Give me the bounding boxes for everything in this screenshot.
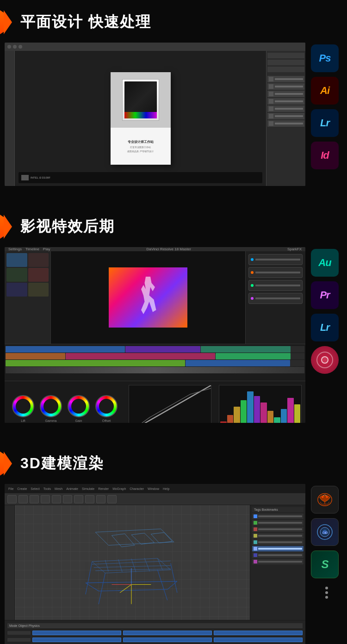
pr-histogram-panel xyxy=(219,385,302,423)
ps-layer-1 xyxy=(267,76,304,82)
pr-dancer xyxy=(109,267,187,328)
c4d-menu-2: Create xyxy=(17,487,27,490)
c4d-tool-3[interactable] xyxy=(30,495,39,503)
svg-line-25 xyxy=(92,561,171,564)
layer-thumb-3 xyxy=(269,92,273,96)
app-icon-pr[interactable]: Pr xyxy=(311,281,339,309)
svg-line-5 xyxy=(125,534,135,545)
app-icon-lr[interactable]: Lr xyxy=(311,109,339,137)
c4d-tool-1[interactable] xyxy=(7,495,17,503)
svg-line-8 xyxy=(131,533,144,535)
dot-1 xyxy=(325,587,328,589)
c4d-tree-label-3 xyxy=(258,528,302,530)
content-row-1: 专业设计师工作站 打造专业图形工作站 感受高品质 严苛细节设计 INTEL i3… xyxy=(0,43,347,186)
app-icon-lr-label: Lr xyxy=(320,117,329,129)
svg-point-43 xyxy=(326,496,328,498)
c4d-bottom-panel: Mode Object Physics xyxy=(5,620,305,644)
c4d-tree-icon-3 xyxy=(254,527,257,531)
app-icon-dragon[interactable] xyxy=(311,486,339,514)
pr-node-label-3 xyxy=(255,285,300,286)
pr-track-1 xyxy=(6,346,304,353)
section-video-effects: 影视特效后期 Settings Timeline Play DaVinci Re… xyxy=(0,204,347,441)
icons-sidebar-2: Au Pr Lr xyxy=(311,247,342,374)
svg-line-1 xyxy=(161,529,174,542)
ps-titlebar xyxy=(5,43,305,51)
pr-clip-t1-3 xyxy=(201,346,291,353)
dot-3 xyxy=(325,596,328,599)
pr-clip-6 xyxy=(28,283,49,297)
ps-panel-row-3 xyxy=(267,67,304,72)
pr-clip-t2-1 xyxy=(6,353,65,359)
pr-track-4 xyxy=(6,367,304,373)
app-icon-au-label: Au xyxy=(318,257,331,269)
app-icon-davinci[interactable] xyxy=(311,346,339,374)
c4d-tool-2[interactable] xyxy=(19,495,28,503)
pr-preview xyxy=(51,251,245,344)
c4d-toolbar xyxy=(5,493,305,505)
cinema4d-svg: C4D xyxy=(316,523,334,541)
pr-color-grading: Lift Gamma xyxy=(5,381,305,423)
c4d-tree-label-2 xyxy=(258,522,302,524)
substance-label: S xyxy=(321,558,328,571)
c4d-tree-item-5 xyxy=(252,539,304,545)
svg-line-15 xyxy=(151,534,159,543)
svg-line-31 xyxy=(171,563,177,593)
ps-dot2 xyxy=(13,45,17,49)
svg-line-16 xyxy=(92,558,157,562)
c4d-tool-5[interactable] xyxy=(52,495,61,503)
c4d-tool-8[interactable] xyxy=(85,495,94,503)
svg-line-33 xyxy=(86,583,99,591)
c4d-attr-label-pos xyxy=(7,631,31,635)
ps-layer-7 xyxy=(267,120,304,127)
computer-img xyxy=(122,79,159,121)
svg-line-26 xyxy=(94,565,171,567)
c4d-chair-object xyxy=(29,519,241,611)
app-icon-ps[interactable]: Ps xyxy=(311,44,339,72)
c4d-tree-icon-7 xyxy=(254,553,257,557)
layer-name-5 xyxy=(275,108,303,110)
svg-line-38 xyxy=(120,584,131,593)
c4d-attr-row-2 xyxy=(7,637,303,643)
c4d-titlebar: File Create Select Tools Mesh Animate Si… xyxy=(5,484,305,493)
accent-triangle-1 xyxy=(4,10,12,34)
app-icon-au[interactable]: Au xyxy=(311,249,339,277)
section-header-1: 平面设计 快速处理 xyxy=(0,0,347,43)
ps-poster-top xyxy=(111,72,171,128)
app-icon-ai-label: Ai xyxy=(320,85,329,97)
cw-offset: Offset xyxy=(95,395,118,422)
cw-lift: Lift xyxy=(12,395,34,422)
hist-bar-r8 xyxy=(267,411,274,423)
ps-layer-3 xyxy=(267,91,304,97)
app-icon-substance[interactable]: S xyxy=(311,551,339,578)
pr-screenshot: Settings Timeline Play DaVinci Resolve 1… xyxy=(5,247,305,423)
svg-line-17 xyxy=(158,558,171,570)
hist-bar-r4 xyxy=(241,400,247,423)
pr-track-3 xyxy=(6,360,304,366)
app-icon-ai[interactable]: Ai xyxy=(311,77,339,105)
c4d-menu-7: Simulate xyxy=(82,487,94,490)
accent-triangle-2 xyxy=(4,215,12,239)
ps-tools-panel xyxy=(5,51,15,186)
pr-node-4 xyxy=(248,293,303,304)
svg-point-42 xyxy=(322,496,323,498)
c4d-mode-tabs: Mode Object Physics xyxy=(7,623,303,628)
pr-node-dot-1 xyxy=(251,258,254,261)
c4d-tool-4[interactable] xyxy=(41,495,50,503)
c4d-tool-7[interactable] xyxy=(74,495,83,503)
pr-node-label-4 xyxy=(255,297,300,299)
app-icon-lr2[interactable]: Lr xyxy=(311,314,339,341)
c4d-tool-9[interactable] xyxy=(96,495,105,503)
c4d-tool-6[interactable] xyxy=(63,495,72,503)
pr-curve-panel xyxy=(129,385,211,423)
ps-watermark: INTEL i3 D100F xyxy=(19,172,262,183)
cw-gain: Gain xyxy=(68,395,90,422)
c4d-tree-label-1 xyxy=(258,515,302,517)
accent-bar-2 xyxy=(0,215,4,239)
ps-dot xyxy=(7,45,11,49)
app-icon-id[interactable]: Id xyxy=(311,142,339,169)
c4d-tree-item-1 xyxy=(252,514,304,519)
pr-clip-t2-3 xyxy=(216,353,291,359)
pr-timeline-tracks xyxy=(5,344,305,375)
app-icon-cinema4d[interactable]: C4D xyxy=(311,518,339,546)
c4d-tool-10[interactable] xyxy=(107,495,117,503)
